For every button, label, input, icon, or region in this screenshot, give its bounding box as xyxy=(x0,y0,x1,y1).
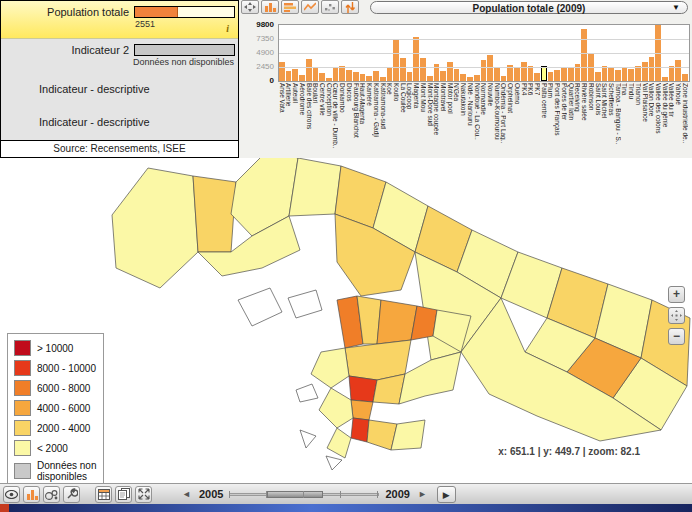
map-region[interactable] xyxy=(300,430,316,448)
line-chart-button[interactable] xyxy=(301,0,319,14)
bar[interactable] xyxy=(554,70,560,81)
play-button[interactable]: ▶ xyxy=(437,486,456,503)
info-icon[interactable]: i xyxy=(226,23,229,34)
bar[interactable] xyxy=(568,68,574,81)
bar[interactable] xyxy=(447,62,453,81)
map-region[interactable] xyxy=(351,400,373,420)
report-button[interactable] xyxy=(115,486,132,503)
bar[interactable] xyxy=(514,67,520,81)
bar[interactable] xyxy=(306,59,312,81)
bar[interactable] xyxy=(454,69,460,81)
bar[interactable] xyxy=(339,66,345,81)
bar[interactable] xyxy=(407,72,413,81)
sort-button[interactable] xyxy=(341,0,359,14)
bar[interactable] xyxy=(346,70,352,81)
bar[interactable] xyxy=(313,67,319,81)
bar[interactable] xyxy=(662,77,668,81)
fullscreen-button[interactable] xyxy=(135,486,152,503)
bar[interactable] xyxy=(521,62,527,81)
indicator-row-2[interactable]: Indicateur 2 Données non disponibles xyxy=(1,39,238,74)
bar[interactable] xyxy=(286,71,292,81)
legend-swatch[interactable] xyxy=(14,440,31,456)
bar[interactable] xyxy=(628,69,634,81)
bar[interactable] xyxy=(642,62,648,81)
bar[interactable] xyxy=(373,71,379,81)
time-slider-track[interactable] xyxy=(229,490,379,499)
bar[interactable] xyxy=(608,68,614,81)
bar[interactable] xyxy=(326,78,332,81)
map-region[interactable] xyxy=(311,348,349,388)
bar[interactable] xyxy=(380,77,386,81)
legend-swatch[interactable] xyxy=(14,420,31,436)
indicator-row-population[interactable]: Population totale 2551 i xyxy=(1,1,238,39)
zoom-out-button[interactable]: − xyxy=(668,328,685,345)
bar[interactable] xyxy=(299,75,305,81)
bar[interactable] xyxy=(474,75,480,81)
previous-year-button[interactable]: ◄ xyxy=(182,489,191,499)
bar[interactable] xyxy=(481,60,487,81)
bar[interactable] xyxy=(467,77,473,81)
map-region[interactable] xyxy=(319,388,353,428)
bar[interactable] xyxy=(494,68,500,81)
resize-graph-button[interactable] xyxy=(241,0,259,14)
bar[interactable] xyxy=(622,67,628,81)
bar[interactable] xyxy=(581,29,587,81)
bar[interactable] xyxy=(400,58,406,81)
bar[interactable] xyxy=(387,67,393,81)
legend-swatch[interactable] xyxy=(14,340,31,356)
bar[interactable] xyxy=(353,72,359,81)
bar[interactable] xyxy=(615,70,621,81)
bar[interactable] xyxy=(279,62,285,81)
indicator-slider[interactable] xyxy=(134,6,235,18)
indicator-year-dropdown[interactable]: Population totale (2009) ▼ xyxy=(370,1,688,14)
bar-chart-button[interactable] xyxy=(261,0,279,14)
map-region[interactable] xyxy=(327,428,351,458)
legend-swatch[interactable] xyxy=(14,463,31,479)
bar[interactable] xyxy=(319,73,325,81)
bar[interactable] xyxy=(649,57,655,81)
map-region[interactable] xyxy=(238,288,282,326)
map-region[interactable] xyxy=(351,418,369,442)
bar[interactable] xyxy=(360,74,366,81)
map-region[interactable] xyxy=(399,352,461,404)
time-slider-thumb[interactable] xyxy=(267,491,323,498)
bar[interactable] xyxy=(682,74,688,81)
view-options-button[interactable] xyxy=(3,486,20,503)
bar[interactable] xyxy=(548,72,554,81)
bar[interactable] xyxy=(333,68,339,81)
graph-panel-button[interactable] xyxy=(23,486,40,503)
map-region[interactable] xyxy=(112,168,198,288)
bar[interactable] xyxy=(420,58,426,81)
bubble-options-button[interactable] xyxy=(43,486,60,503)
bar[interactable] xyxy=(501,76,507,81)
legend-swatch[interactable] xyxy=(14,400,31,416)
bar[interactable] xyxy=(366,76,372,81)
map-region[interactable] xyxy=(326,456,342,470)
bar[interactable] xyxy=(460,74,466,81)
bar[interactable] xyxy=(440,71,446,81)
next-year-button[interactable]: ► xyxy=(418,489,427,499)
map-region[interactable] xyxy=(349,376,377,402)
bar[interactable] xyxy=(595,72,601,81)
bar[interactable] xyxy=(413,37,419,81)
map-region[interactable] xyxy=(296,384,318,402)
map-region[interactable] xyxy=(193,176,236,252)
horizontal-bar-chart-button[interactable] xyxy=(281,0,299,14)
bar[interactable] xyxy=(427,76,433,81)
map-region[interactable] xyxy=(288,290,322,318)
bar[interactable] xyxy=(292,69,298,81)
indicator-row-4[interactable]: Indicateur - descriptive xyxy=(1,107,238,140)
data-table-button[interactable] xyxy=(95,486,112,503)
bar[interactable] xyxy=(534,73,540,81)
bar-selected[interactable] xyxy=(541,66,547,81)
scatter-plot-button[interactable] xyxy=(321,0,339,14)
bar[interactable] xyxy=(675,60,681,81)
indicator-row-3[interactable]: Indicateur - descriptive xyxy=(1,74,238,107)
map-region[interactable] xyxy=(289,158,341,216)
map-options-button[interactable] xyxy=(63,486,80,503)
legend-swatch[interactable] xyxy=(14,360,31,376)
bar[interactable] xyxy=(561,68,567,81)
bar[interactable] xyxy=(602,66,608,81)
zoom-in-button[interactable]: + xyxy=(668,286,685,303)
map-region[interactable] xyxy=(377,300,417,344)
